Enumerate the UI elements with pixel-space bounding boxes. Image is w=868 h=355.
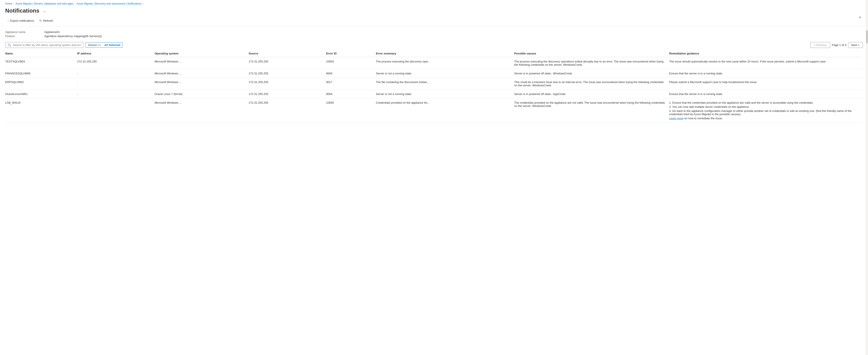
cell-os: Microsoft Windows ... (155, 98, 249, 123)
cell-ip (77, 98, 155, 123)
cell-name: LAB_WSUS (5, 98, 77, 123)
cell-os: Microsoft Windows ... (155, 69, 249, 78)
cell-ip: . (77, 78, 155, 90)
page-info: Page 1 of 4 (832, 43, 846, 46)
cell-summary: Credentials provided on the appliance fo… (376, 98, 514, 123)
notifications-table-container: Name IP address Operating system Source … (0, 50, 868, 123)
table-row: TESTSQLVM01172.31.255.255Microsoft Windo… (5, 57, 863, 69)
cell-source: 172.31.255.255 (249, 69, 326, 78)
search-box: 🔍 (5, 42, 83, 48)
filter-prefix: Source == (88, 43, 101, 46)
appliance-name-label: Appliance name (5, 30, 44, 34)
cell-errorid: 9004 (326, 69, 376, 78)
cell-summary: The file containing the discovered metad… (376, 78, 514, 90)
table-row: ERPSQLVM02.Microsoft Windows ...172.31.2… (5, 78, 863, 90)
cell-remediation: The issue should automatically resolve i… (669, 57, 863, 69)
notifications-table: Name IP address Operating system Source … (5, 50, 863, 123)
close-button[interactable]: × (857, 14, 863, 21)
cell-summary: The process executing the discovery oper… (376, 57, 514, 69)
cell-remediation: Ensure that the server is in a running s… (669, 69, 863, 78)
cell-os: Oracle Linux 7 (64-bit) (155, 90, 249, 98)
table-row: FINANCESQLVM06-Microsoft Windows ...172.… (5, 69, 863, 78)
cell-errorid: 10003 (326, 57, 376, 69)
cell-causes: Server is in powered off state.: AppCred… (514, 90, 669, 98)
table-row: OracleLinuxVM01-Oracle Linux 7 (64-bit)1… (5, 90, 863, 98)
cell-causes: This could be a transient issue due to a… (514, 78, 669, 90)
col-header-remediation: Remediation guidance (669, 50, 863, 57)
page-title: Notifications (5, 7, 39, 14)
refresh-button[interactable]: ↻ Refresh (37, 18, 55, 24)
export-label: Export notifications (10, 19, 34, 22)
breadcrumb-sep-3: › (143, 3, 144, 5)
toolbar: ↓ Export notifications ↻ Refresh (0, 16, 868, 27)
breadcrumb-notifications[interactable]: Azure Migrate: Discovery and assessment … (76, 2, 142, 5)
cell-summary: Server is not a running state. (376, 69, 514, 78)
cell-summary: Server is not a running state. (376, 90, 514, 98)
table-row: LAB_WSUSMicrosoft Windows ...172.31.255.… (5, 98, 863, 123)
export-notifications-button[interactable]: ↓ Export notifications (5, 18, 36, 24)
cell-source: 172.31.255.255 (249, 98, 326, 123)
col-header-summary: Error summary (376, 50, 514, 57)
col-header-os: Operating system (155, 50, 249, 57)
cell-remediation: 1. Ensure that the credentials provided … (669, 98, 863, 123)
col-header-errorid: Error ID (326, 50, 376, 57)
page-header: Notifications ... (0, 6, 868, 16)
cell-ip: - (77, 90, 155, 98)
cell-source: 172.31.255.255 (249, 78, 326, 90)
cell-ip: - (77, 69, 155, 78)
cell-causes: Server is in powered off state.: Windows… (514, 69, 669, 78)
next-button[interactable]: Next > (848, 42, 863, 48)
refresh-icon: ↻ (39, 19, 42, 22)
feature-label: Feature (5, 34, 44, 38)
more-options-button[interactable]: ... (41, 8, 47, 13)
learn-more-link[interactable]: Learn more (669, 117, 683, 120)
cell-causes: The process executing the discovery oper… (514, 57, 669, 69)
filter-bar: 🔍 Source == All Selected < Previous Page… (0, 40, 868, 50)
feature-value: Agentless dependency mapping(66 Server(s… (44, 34, 863, 38)
cell-errorid: 9017 (326, 78, 376, 90)
cell-remediation: Ensure that the server is in a running s… (669, 90, 863, 98)
col-header-causes: Possible causes (514, 50, 669, 57)
breadcrumb-servers[interactable]: Azure Migrate | Servers, databases and w… (16, 2, 73, 5)
cell-source: 172.31.255.255 (249, 57, 326, 69)
cell-errorid: 9004 (326, 90, 376, 98)
cell-remediation: Please submit a Microsoft support case t… (669, 78, 863, 90)
meta-section: Appliance name Appliance01 Feature Agent… (0, 27, 868, 40)
pagination-area: < Previous Page 1 of 4 Next > (810, 42, 863, 48)
appliance-name-value: Appliance01 (44, 30, 863, 34)
previous-button[interactable]: < Previous (810, 42, 830, 48)
col-header-source: Source (249, 50, 326, 57)
refresh-label: Refresh (43, 19, 53, 22)
breadcrumb-home[interactable]: Home (5, 2, 12, 5)
filter-value: All Selected (104, 43, 121, 46)
cell-source: 172.31.255.255 (249, 90, 326, 98)
table-header-row: Name IP address Operating system Source … (5, 50, 863, 57)
breadcrumb-sep-2: › (74, 3, 75, 5)
scrollbar-thumb (866, 30, 868, 43)
breadcrumb: Home › Azure Migrate | Servers, database… (0, 0, 868, 6)
cell-name: OracleLinuxVM01 (5, 90, 77, 98)
col-header-name: Name (5, 50, 77, 57)
col-header-ip: IP address (77, 50, 155, 57)
cell-os: Microsoft Windows ... (155, 78, 249, 90)
breadcrumb-sep-1: › (13, 3, 14, 5)
scrollbar-track[interactable] (866, 0, 868, 355)
cell-name: FINANCESQLVM06 (5, 69, 77, 78)
cell-os: Microsoft Windows ... (155, 57, 249, 69)
cell-ip: 172.31.255.255 (77, 57, 155, 69)
export-icon: ↓ (7, 19, 9, 22)
cell-name: TESTSQLVM01 (5, 57, 77, 69)
cell-errorid: 10005 (326, 98, 376, 123)
search-icon: 🔍 (8, 43, 11, 46)
source-filter-tag[interactable]: Source == All Selected (86, 42, 123, 48)
search-input[interactable] (13, 43, 81, 46)
cell-name: ERPSQLVM02 (5, 78, 77, 90)
cell-causes: The credentials provided on the applianc… (514, 98, 669, 123)
